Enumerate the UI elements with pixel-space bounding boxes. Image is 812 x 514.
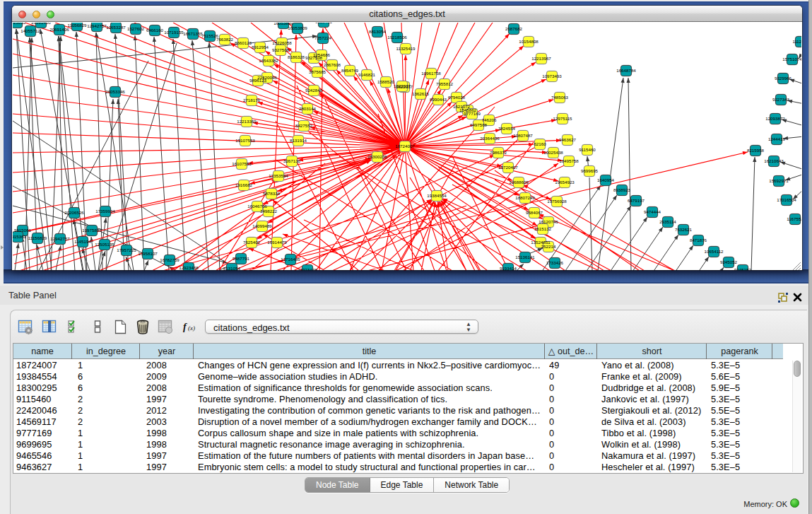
svg-text:17359934: 17359934 — [95, 209, 115, 214]
svg-text:25300235: 25300235 — [367, 154, 387, 159]
svg-text:1167553: 1167553 — [787, 216, 801, 221]
svg-text:14055712: 14055712 — [20, 28, 40, 33]
svg-text:8427552: 8427552 — [295, 123, 313, 128]
svg-text:9227343: 9227343 — [772, 97, 790, 102]
svg-text:8454749: 8454749 — [341, 68, 359, 73]
svg-text:15751074: 15751074 — [782, 57, 801, 62]
svg-text:15720407: 15720407 — [498, 165, 518, 170]
svg-text:6466160: 6466160 — [146, 28, 164, 33]
svg-text:9463627: 9463627 — [559, 137, 577, 142]
svg-text:10961758: 10961758 — [421, 71, 441, 76]
svg-text:15692971: 15692971 — [769, 178, 789, 183]
svg-text:1822037: 1822037 — [394, 83, 411, 88]
svg-text:8131054: 8131054 — [223, 266, 241, 270]
svg-text:18495758: 18495758 — [559, 158, 579, 163]
svg-text:62160: 62160 — [534, 141, 546, 146]
svg-text:17957225: 17957225 — [117, 247, 136, 252]
svg-text:9329966: 9329966 — [775, 76, 792, 81]
svg-text:10154808: 10154808 — [519, 39, 539, 44]
svg-text:9777169: 9777169 — [464, 111, 481, 116]
svg-text:3498222: 3498222 — [260, 209, 278, 214]
svg-text:13716485: 13716485 — [281, 257, 300, 262]
svg-text:15226058: 15226058 — [272, 40, 292, 45]
svg-text:746206: 746206 — [482, 117, 497, 122]
svg-text:7357224: 7357224 — [314, 35, 332, 40]
svg-text:2687682: 2687682 — [505, 26, 523, 31]
svg-text:2935114: 2935114 — [659, 219, 676, 224]
svg-text:16648784: 16648784 — [616, 68, 636, 73]
svg-text:1916682: 1916682 — [235, 182, 253, 187]
svg-text:9699695: 9699695 — [581, 168, 599, 173]
svg-text:20206526: 20206526 — [64, 210, 84, 215]
svg-text:16046766: 16046766 — [247, 204, 267, 209]
svg-text:19654923: 19654923 — [555, 180, 575, 185]
svg-text:12213369: 12213369 — [237, 119, 257, 124]
svg-text:10973493: 10973493 — [542, 74, 562, 78]
svg-text:1362615: 1362615 — [412, 91, 430, 96]
svg-text:12942757: 12942757 — [87, 23, 107, 28]
svg-text:8186328: 8186328 — [288, 54, 305, 59]
svg-text:19107553: 19107553 — [235, 138, 255, 143]
svg-text:20691406: 20691406 — [49, 27, 69, 32]
svg-text:9487791: 9487791 — [233, 256, 250, 261]
svg-text:11156829: 11156829 — [28, 235, 47, 240]
svg-text:9915053: 9915053 — [13, 23, 26, 25]
svg-text:20364436: 20364436 — [480, 136, 500, 141]
svg-text:9245052: 9245052 — [720, 259, 738, 264]
svg-text:9146821: 9146821 — [358, 72, 376, 77]
svg-text:6479197: 6479197 — [628, 198, 645, 203]
svg-text:9915061: 9915061 — [14, 228, 32, 233]
svg-text:9474444: 9474444 — [644, 209, 661, 214]
svg-text:5878334: 5878334 — [263, 191, 281, 196]
svg-text:19384554: 19384554 — [427, 193, 447, 198]
svg-text:9358461: 9358461 — [315, 23, 333, 24]
svg-text:8471876: 8471876 — [690, 238, 707, 243]
svg-text:1254686: 1254686 — [313, 52, 331, 57]
svg-text:1527602: 1527602 — [127, 26, 145, 31]
svg-text:1733426: 1733426 — [546, 260, 564, 265]
svg-text:3915361: 3915361 — [13, 234, 27, 239]
svg-text:26053346: 26053346 — [105, 89, 125, 94]
svg-text:6497568: 6497568 — [470, 122, 488, 127]
svg-text:10025438: 10025438 — [543, 150, 563, 155]
svg-text:12093872: 12093872 — [765, 116, 785, 121]
svg-text:16671355: 16671355 — [183, 31, 203, 36]
svg-text:9193414: 9193414 — [500, 266, 517, 270]
svg-text:16914479: 16914479 — [267, 240, 287, 245]
svg-text:20591406: 20591406 — [31, 23, 51, 25]
svg-text:8813054: 8813054 — [369, 29, 387, 34]
svg-text:9896123: 9896123 — [249, 78, 267, 83]
svg-text:8990443: 8990443 — [430, 97, 447, 102]
svg-text:15136141: 15136141 — [515, 255, 535, 259]
svg-text:17016504: 17016504 — [777, 197, 796, 202]
svg-text:10654112: 10654112 — [704, 249, 724, 254]
svg-text:12505135: 12505135 — [95, 242, 114, 247]
svg-text:7632621: 7632621 — [675, 227, 693, 232]
svg-text:1615132: 1615132 — [534, 226, 552, 231]
svg-text:9115460: 9115460 — [579, 147, 596, 152]
svg-text:3875685: 3875685 — [309, 69, 326, 74]
svg-text:1244419: 1244419 — [768, 136, 786, 141]
svg-text:8912954: 8912954 — [252, 45, 269, 49]
svg-text:1145194: 1145194 — [74, 239, 91, 244]
svg-text:8215958: 8215958 — [747, 148, 765, 153]
svg-text:1112490: 1112490 — [792, 39, 801, 44]
svg-text:10958107: 10958107 — [138, 251, 158, 256]
svg-text:16053809: 16053809 — [288, 25, 307, 30]
svg-text:19218506: 19218506 — [387, 35, 407, 40]
svg-text:7986372: 7986372 — [490, 150, 507, 155]
svg-text:10719155: 10719155 — [164, 30, 184, 35]
svg-text:8660123: 8660123 — [235, 40, 252, 45]
svg-text:11325419: 11325419 — [396, 46, 416, 51]
svg-text:7955812: 7955812 — [436, 81, 454, 86]
svg-text:9327506: 9327506 — [272, 47, 290, 52]
svg-text:7663822: 7663822 — [216, 37, 234, 42]
svg-text:(x): (x) — [188, 325, 195, 332]
svg-text:3267130: 3267130 — [283, 158, 301, 163]
svg-text:12213967: 12213967 — [531, 56, 551, 61]
svg-text:7485063: 7485063 — [551, 95, 569, 100]
svg-text:9242848: 9242848 — [305, 88, 323, 93]
svg-text:3824554: 3824554 — [498, 126, 516, 131]
svg-text:2867608: 2867608 — [324, 62, 341, 67]
svg-text:16120746: 16120746 — [539, 219, 558, 224]
